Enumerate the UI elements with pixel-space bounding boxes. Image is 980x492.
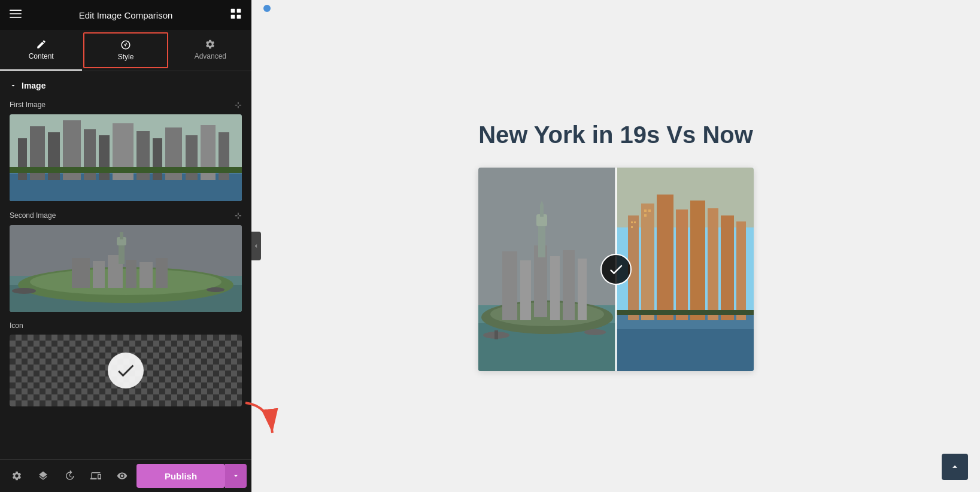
svg-rect-81 [648, 209, 651, 212]
first-image-expand-icon[interactable]: ⊹ [235, 100, 242, 110]
svg-rect-0 [10, 10, 22, 11]
right-content-area: New York in 19s Vs Now [251, 0, 980, 492]
panel-content: Image First Image ⊹ [0, 71, 251, 459]
tab-content[interactable]: Content [0, 30, 82, 71]
svg-rect-37 [126, 260, 136, 288]
panel-tabs: Content Style Advanced [0, 30, 251, 71]
svg-rect-21 [186, 135, 198, 180]
svg-rect-27 [10, 167, 242, 173]
responsive-icon-btn[interactable] [84, 464, 108, 488]
tab-advanced[interactable]: Advanced [169, 30, 251, 71]
svg-rect-78 [634, 221, 636, 223]
svg-rect-3 [231, 8, 235, 13]
second-image-expand-icon[interactable]: ⊹ [235, 211, 242, 220]
svg-rect-42 [120, 232, 123, 239]
svg-rect-40 [119, 243, 125, 264]
svg-rect-74 [708, 208, 718, 320]
grid-icon[interactable] [230, 8, 242, 23]
svg-rect-71 [657, 195, 673, 320]
page-title: New York in 19s Vs Now [478, 122, 753, 148]
eye-icon-btn[interactable] [110, 464, 134, 488]
tab-content-label: Content [29, 52, 54, 60]
svg-rect-72 [676, 209, 688, 320]
svg-rect-73 [690, 201, 705, 320]
svg-rect-63 [494, 330, 498, 339]
svg-rect-39 [156, 258, 168, 288]
tab-advanced-label: Advanced [195, 52, 226, 60]
layers-icon-btn[interactable] [31, 464, 55, 488]
section-heading-label: Image [22, 81, 45, 90]
comparison-right-image [616, 168, 754, 371]
scroll-to-top-button[interactable] [942, 454, 968, 480]
icon-preview[interactable] [10, 335, 242, 406]
first-image-preview[interactable] [10, 114, 242, 201]
hamburger-icon[interactable] [10, 8, 22, 23]
svg-rect-83 [616, 310, 754, 315]
icon-circle [108, 353, 144, 388]
svg-rect-57 [578, 259, 587, 320]
panel-collapse-handle[interactable] [251, 232, 261, 260]
svg-point-44 [207, 287, 224, 292]
svg-rect-1 [10, 13, 22, 14]
svg-rect-68 [616, 329, 754, 371]
svg-rect-70 [641, 204, 654, 320]
section-image-heading: Image [10, 81, 242, 90]
svg-rect-2 [10, 17, 22, 18]
svg-rect-5 [231, 14, 235, 19]
second-image-label: Second Image ⊹ [10, 211, 242, 220]
svg-rect-11 [18, 138, 27, 180]
history-icon-btn[interactable] [57, 464, 81, 488]
svg-point-43 [12, 288, 36, 294]
svg-rect-52 [502, 251, 517, 320]
comparison-left-image [478, 168, 616, 371]
svg-rect-82 [644, 214, 647, 217]
svg-rect-58 [538, 224, 545, 257]
panel-bottom-toolbar: Publish [0, 459, 251, 492]
svg-rect-35 [93, 261, 105, 288]
svg-rect-79 [631, 226, 633, 228]
svg-rect-34 [72, 258, 90, 288]
svg-rect-76 [736, 221, 746, 320]
svg-rect-16 [99, 135, 110, 180]
panel-header: Edit Image Comparison [0, 0, 251, 30]
svg-rect-80 [644, 209, 647, 212]
svg-rect-53 [520, 260, 531, 320]
svg-point-64 [584, 329, 606, 335]
tab-style[interactable]: Style [83, 32, 168, 68]
svg-rect-6 [237, 14, 241, 19]
comparison-handle[interactable] [600, 254, 632, 285]
svg-rect-60 [540, 205, 544, 217]
svg-rect-75 [721, 215, 734, 320]
second-image-preview[interactable] [10, 225, 242, 312]
tab-style-label: Style [118, 53, 134, 61]
comparison-widget[interactable] [478, 168, 754, 371]
svg-rect-19 [153, 138, 162, 180]
icon-label: Icon [10, 321, 242, 330]
svg-rect-55 [550, 256, 560, 320]
svg-rect-77 [631, 221, 633, 223]
svg-rect-38 [139, 262, 153, 288]
left-panel: Edit Image Comparison Content Style Adva… [0, 0, 251, 492]
svg-rect-4 [237, 8, 241, 13]
settings-icon-btn[interactable] [5, 464, 29, 488]
panel-title: Edit Image Comparison [79, 10, 173, 20]
dot-indicator [263, 5, 271, 12]
first-image-label: First Image ⊹ [10, 100, 242, 110]
publish-expand-btn[interactable] [225, 464, 247, 488]
publish-button[interactable]: Publish [136, 464, 225, 488]
svg-rect-56 [563, 250, 575, 320]
